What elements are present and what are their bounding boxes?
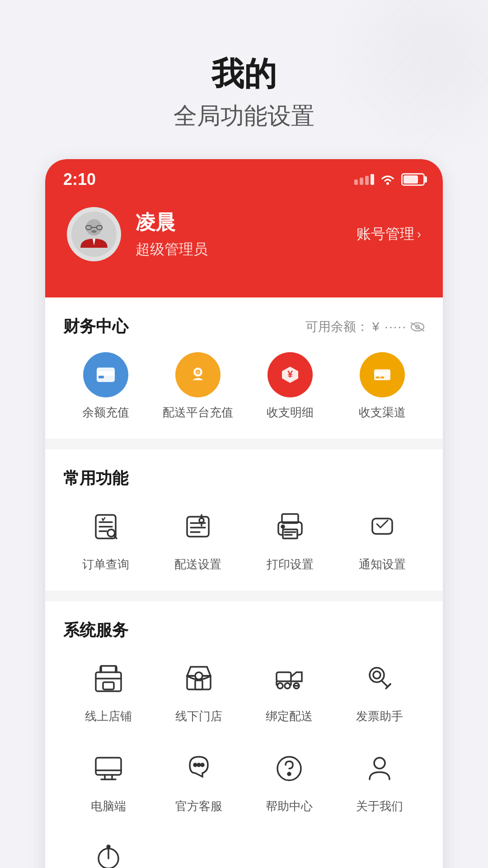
- order-query-label: 订单查询: [82, 557, 129, 572]
- about-us-label: 关于我们: [356, 798, 403, 814]
- about-us-icon: [357, 746, 402, 791]
- finance-title: 财务中心: [63, 316, 128, 338]
- svg-rect-11: [97, 371, 115, 376]
- wifi-icon: [380, 173, 396, 186]
- page-title: 我的: [0, 54, 488, 93]
- payment-channels-label: 收支渠道: [359, 405, 406, 420]
- online-store-icon: [86, 656, 131, 701]
- income-expense-item[interactable]: ¥ 收支明细: [248, 352, 333, 420]
- page-header: 我的 全局功能设置: [0, 0, 488, 159]
- svg-line-61: [388, 684, 390, 687]
- svg-point-58: [373, 671, 380, 679]
- income-expense-label: 收支明细: [267, 405, 314, 420]
- customer-service-label: 官方客服: [175, 798, 222, 814]
- svg-rect-48: [195, 680, 202, 689]
- delivery-settings-label: 配送设置: [174, 557, 221, 572]
- phone-card: 2:10: [45, 159, 443, 868]
- avatar: [67, 207, 121, 261]
- balance-value: ¥ ·····: [372, 320, 407, 334]
- battery-icon: [401, 173, 425, 186]
- about-us-item[interactable]: 关于我们: [334, 746, 425, 814]
- svg-point-49: [195, 672, 202, 679]
- svg-point-69: [201, 764, 204, 766]
- system-services-title: 系统服务: [63, 619, 128, 642]
- common-functions-header: 常用功能: [63, 467, 425, 490]
- delivery-recharge-item[interactable]: + 配送平台充值: [155, 352, 240, 420]
- svg-rect-28: [187, 517, 209, 537]
- account-manage-button[interactable]: 账号管理 ›: [357, 224, 421, 244]
- common-functions-grid: 订单查询 配送设置: [63, 504, 425, 572]
- payment-channels-item[interactable]: 收支渠道: [340, 352, 425, 420]
- svg-point-6: [91, 230, 97, 233]
- bind-delivery-icon: [267, 656, 312, 701]
- svg-point-57: [370, 668, 384, 682]
- balance-recharge-icon: [83, 352, 128, 397]
- notification-settings-item[interactable]: 通知设置: [340, 504, 425, 572]
- phone-header: 2:10: [45, 159, 443, 297]
- print-settings-icon: [267, 504, 313, 549]
- delivery-recharge-icon: +: [175, 352, 221, 397]
- logout-item[interactable]: 退出登录: [63, 836, 154, 868]
- user-profile: 凌晨 超级管理员 账号管理 ›: [45, 196, 443, 279]
- logout-icon: [86, 836, 131, 868]
- online-store-item[interactable]: 线上店铺: [63, 656, 154, 724]
- eye-icon[interactable]: [410, 322, 425, 332]
- customer-service-icon: [176, 746, 221, 791]
- help-center-item[interactable]: 帮助中心: [244, 746, 334, 814]
- svg-rect-50: [277, 672, 291, 681]
- svg-rect-12: [99, 376, 104, 378]
- print-settings-label: 打印设置: [267, 557, 314, 572]
- invoice-assistant-label: 发票助手: [356, 708, 403, 724]
- notification-settings-label: 通知设置: [359, 557, 406, 572]
- svg-rect-20: [376, 377, 380, 378]
- page-subtitle: 全局功能设置: [0, 100, 488, 132]
- finance-grid: 余额充值 + 配送平台充值: [63, 352, 425, 420]
- help-center-icon: [267, 746, 312, 791]
- income-expense-icon: ¥: [267, 352, 313, 397]
- print-settings-item[interactable]: 打印设置: [248, 504, 333, 572]
- status-time: 2:10: [63, 170, 96, 189]
- status-bar: 2:10: [45, 159, 443, 196]
- system-services-header: 系统服务: [63, 619, 425, 642]
- common-functions-title: 常用功能: [63, 467, 128, 490]
- notification-settings-icon: [360, 504, 405, 549]
- user-name: 凌晨: [136, 209, 208, 236]
- common-functions-section: 常用功能: [45, 449, 443, 590]
- svg-rect-62: [96, 758, 121, 775]
- svg-point-0: [386, 182, 389, 185]
- status-icons: [354, 173, 425, 186]
- bind-delivery-item[interactable]: 绑定配送: [244, 656, 334, 724]
- offline-store-icon: [176, 656, 221, 701]
- delivery-recharge-label: 配送平台充值: [163, 405, 233, 420]
- pc-client-icon: [86, 746, 131, 791]
- balance-recharge-item[interactable]: 余额充值: [63, 352, 148, 420]
- invoice-assistant-icon: [357, 656, 402, 701]
- svg-point-68: [197, 764, 200, 766]
- offline-store-label: 线下门店: [175, 708, 222, 724]
- svg-rect-19: [374, 372, 390, 375]
- balance-recharge-label: 余额充值: [82, 405, 129, 420]
- balance-info: 可用余额： ¥ ·····: [305, 318, 425, 335]
- order-query-item[interactable]: 订单查询: [63, 504, 148, 572]
- payment-channels-icon: [360, 352, 405, 397]
- svg-point-51: [277, 683, 283, 689]
- invoice-assistant-item[interactable]: 发票助手: [334, 656, 425, 724]
- offline-store-item[interactable]: 线下门店: [154, 656, 244, 724]
- customer-service-item[interactable]: 官方客服: [154, 746, 244, 814]
- phone-content: 财务中心 可用余额： ¥ ·····: [45, 297, 443, 868]
- delivery-settings-icon: [175, 504, 221, 549]
- delivery-settings-item[interactable]: 配送设置: [155, 504, 240, 572]
- finance-header: 财务中心 可用余额： ¥ ·····: [63, 316, 425, 338]
- svg-point-52: [285, 683, 290, 689]
- order-query-icon: [83, 504, 128, 549]
- signal-icon: [354, 174, 374, 185]
- system-services-grid: 线上店铺 线下门店: [63, 656, 425, 868]
- svg-rect-37: [283, 529, 297, 538]
- svg-point-72: [374, 758, 385, 769]
- pc-client-item[interactable]: 电脑端: [63, 746, 154, 814]
- balance-label: 可用余额：: [305, 318, 369, 335]
- help-center-label: 帮助中心: [266, 798, 313, 814]
- pc-client-label: 电脑端: [91, 798, 126, 814]
- finance-section: 财务中心 可用余额： ¥ ·····: [45, 297, 443, 439]
- user-info: 凌晨 超级管理员: [136, 209, 208, 259]
